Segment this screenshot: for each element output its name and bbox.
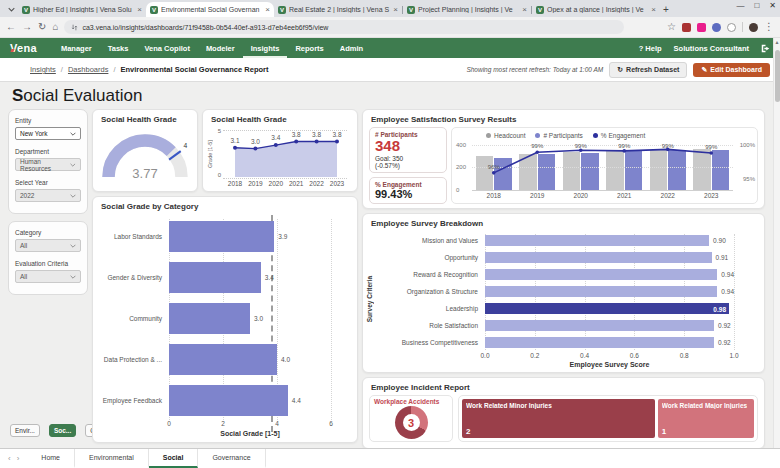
bar[interactable] xyxy=(485,235,709,246)
chevron-down-icon xyxy=(70,194,76,198)
participants-bar[interactable] xyxy=(581,153,598,190)
svg-text:3.8: 3.8 xyxy=(312,131,321,138)
page-scrollbar[interactable]: ▲ xyxy=(773,38,780,468)
bar[interactable] xyxy=(169,385,288,416)
close-icon[interactable]: × xyxy=(651,5,656,14)
window-close-icon[interactable]: ✕ xyxy=(769,1,776,10)
department-select[interactable]: Human Resources xyxy=(15,158,81,171)
home-icon[interactable]: ⌂ xyxy=(52,22,58,32)
nav-item-reports[interactable]: Reports xyxy=(287,39,331,58)
refresh-dataset-button[interactable]: ↻ Refresh Dataset xyxy=(609,62,687,78)
bar[interactable] xyxy=(485,320,714,331)
forward-icon[interactable]: → xyxy=(22,22,32,32)
reload-icon[interactable]: ↻ xyxy=(38,22,46,32)
nav-item-tasks[interactable]: Tasks xyxy=(100,39,137,58)
browser-menu-icon[interactable]: ⋮ xyxy=(764,22,774,32)
participants-bar[interactable] xyxy=(625,151,642,189)
scrollbar-thumb[interactable] xyxy=(775,50,780,102)
close-icon[interactable]: × xyxy=(393,5,398,14)
bar[interactable] xyxy=(485,286,717,297)
participants-bar[interactable] xyxy=(712,150,729,190)
nav-item-vena-copilot[interactable]: Vena Copilot xyxy=(136,39,197,58)
nav-item-insights[interactable]: Insights xyxy=(243,39,288,58)
minimize-icon[interactable]: — xyxy=(736,1,744,10)
treemap-minor-injuries[interactable]: Work Related Minor Injuries 2 xyxy=(462,399,655,438)
tab-social[interactable]: Social xyxy=(149,449,199,468)
headcount-bar[interactable] xyxy=(650,150,667,190)
next-sheet-icon[interactable]: › xyxy=(17,454,20,463)
combo-x-axis: 201820192020202120222023 xyxy=(472,191,733,201)
browser-tab-active[interactable]: V Environmental Social Governan × xyxy=(146,2,274,17)
participants-bar[interactable] xyxy=(538,154,555,189)
headcount-bar[interactable] xyxy=(476,156,493,189)
new-tab-button[interactable]: + xyxy=(660,3,672,16)
prev-sheet-icon[interactable]: ‹ xyxy=(8,454,11,463)
combo-year-group[interactable] xyxy=(559,142,603,190)
bar[interactable] xyxy=(169,303,250,334)
edit-dashboard-button[interactable]: ✎ Edit Dashboard xyxy=(693,63,770,77)
breadcrumb-insights[interactable]: Insights xyxy=(30,65,56,74)
social-health-trend-card: Social Health Grade Grade [1-5] 5 0 3.13… xyxy=(202,109,358,192)
bookmark-icon[interactable]: ☆ xyxy=(667,22,676,32)
combo-plot[interactable]: 4002000100%95%96%99%99%99%99%99% xyxy=(472,142,733,191)
vena-logo[interactable]: Vena xyxy=(10,42,37,54)
extension-calendar-icon[interactable] xyxy=(682,23,691,32)
x-tick-label: 2021 xyxy=(603,191,647,201)
breadcrumb-dashboards[interactable]: Dashboards xyxy=(68,65,108,74)
environmental-section-button[interactable]: Envir... xyxy=(10,424,40,437)
extension-blue-icon[interactable] xyxy=(712,23,721,32)
logout-icon[interactable] xyxy=(761,44,770,53)
social-health-gauge-card: Social Health Grade 4 3.77 xyxy=(92,109,198,192)
bar[interactable] xyxy=(485,269,717,280)
browser-tab[interactable]: V Higher Ed | Insights | Vena Solu × xyxy=(18,2,146,17)
social-section-button[interactable]: Soc... xyxy=(49,424,76,437)
extension-pink-icon[interactable] xyxy=(697,23,706,32)
tab-home[interactable]: Home xyxy=(27,449,75,468)
trend-area-chart[interactable]: 3.13.03.43.83.83.8 xyxy=(223,128,347,179)
extension-white-icon[interactable] xyxy=(727,23,736,32)
headcount-bar[interactable] xyxy=(519,154,536,190)
nav-item-admin[interactable]: Admin xyxy=(332,39,371,58)
address-bar[interactable]: ca3.vena.io/insights/dashboards/71f9458b… xyxy=(64,20,624,34)
select-year-label: Select Year xyxy=(15,179,81,186)
bar[interactable] xyxy=(485,337,714,348)
back-icon[interactable]: ← xyxy=(6,22,16,32)
close-icon[interactable]: × xyxy=(522,5,527,14)
profile-avatar[interactable] xyxy=(749,23,758,32)
user-menu[interactable]: Solutions Consultant xyxy=(674,44,749,53)
bar[interactable] xyxy=(485,252,712,263)
breakdown-bar-chart: Mission and Values 0.90 Opportunity 0.91… xyxy=(363,230,764,372)
participants-bar[interactable] xyxy=(494,158,511,190)
scrollbar-up-icon[interactable]: ▲ xyxy=(774,39,780,45)
browser-tab[interactable]: V Project Planning | Insights | Ve × xyxy=(403,2,531,17)
bar-highlighted[interactable]: 0.98 xyxy=(485,303,729,314)
treemap-major-injuries[interactable]: Work Related Major Injuries 1 xyxy=(658,399,754,438)
year-select[interactable]: 2022 xyxy=(15,189,81,202)
bar[interactable] xyxy=(169,221,274,252)
participants-bar[interactable] xyxy=(668,150,685,190)
help-link[interactable]: ? Help xyxy=(639,44,662,53)
chevron-down-icon xyxy=(70,132,76,136)
navbar-right: ? Help Solutions Consultant xyxy=(639,44,770,53)
browser-tab[interactable]: V Opex at a glance | Insights | Ve × xyxy=(532,2,660,17)
maximize-icon[interactable]: □ xyxy=(754,1,759,10)
combo-year-group[interactable] xyxy=(646,142,690,190)
tab-search-icon[interactable] xyxy=(4,3,18,16)
bar[interactable] xyxy=(169,344,277,375)
entity-select[interactable]: New York xyxy=(15,127,81,140)
nav-item-modeler[interactable]: Modeler xyxy=(198,39,243,58)
headcount-bar[interactable] xyxy=(563,152,580,189)
headcount-bar[interactable] xyxy=(693,149,710,189)
nav-item-manager[interactable]: Manager xyxy=(53,39,100,58)
combo-year-group[interactable] xyxy=(603,142,647,190)
x-tick-label: 2021 xyxy=(289,180,303,187)
tab-environmental[interactable]: Environmental xyxy=(75,449,149,468)
headcount-bar[interactable] xyxy=(606,151,623,190)
tab-governance[interactable]: Governance xyxy=(198,449,265,468)
browser-tab[interactable]: V Real Estate 2 | Insights | Vena S × xyxy=(274,2,402,17)
category-select[interactable]: All xyxy=(15,239,81,252)
evaluation-criteria-select[interactable]: All xyxy=(15,270,81,283)
bar[interactable] xyxy=(169,262,261,293)
close-icon[interactable]: × xyxy=(265,5,270,14)
close-icon[interactable]: × xyxy=(137,5,142,14)
